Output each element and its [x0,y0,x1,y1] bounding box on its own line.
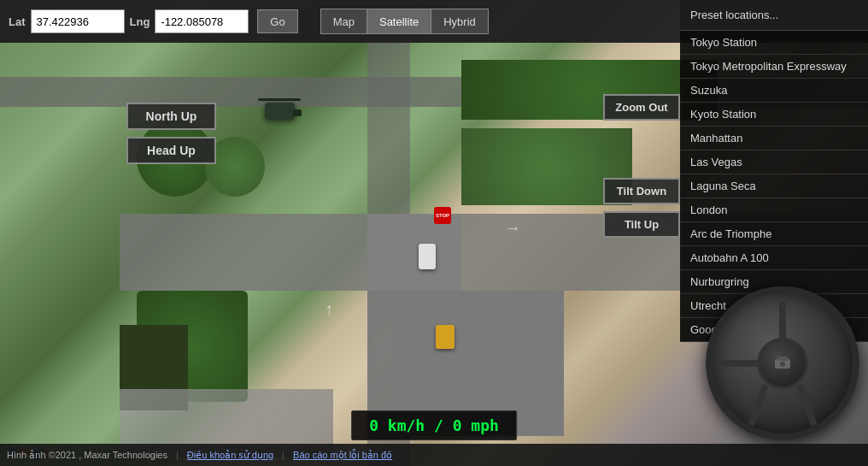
bottom-bar: Hình ảnh ©2021 , Maxar Technologies | Đi… [0,444,868,466]
zoom-out-button[interactable]: Zoom Out [603,94,680,121]
map-type-satellite[interactable]: Satellite [367,9,431,33]
terms-link[interactable]: Điều khoản sử dụng [187,450,273,461]
separator-2: | [282,450,284,460]
map-type-hybrid[interactable]: Hybrid [431,9,488,33]
speed-text: 0 km/h / 0 mph [369,416,499,434]
wheel-hub [757,338,808,389]
road-arrow-right: → [504,218,521,238]
wheel-outer [706,286,859,440]
spoke-bottom-right [796,384,818,427]
location-arc-de-triomphe[interactable]: Arc de Triomphe [680,222,868,246]
svg-rect-1 [777,357,788,361]
speed-display: 0 km/h / 0 mph [351,410,517,440]
map-type-group: Map Satellite Hybrid [320,9,489,34]
helicopter [265,103,295,120]
lng-input[interactable] [155,9,249,33]
lng-label: Lng [130,15,150,28]
location-tokyo-expressway[interactable]: Tokyo Metropolitan Expressway [680,55,868,79]
separator-1: | [176,450,179,460]
stop-sign: STOP [434,207,451,224]
lat-label: Lat [9,15,26,28]
go-button[interactable]: Go [257,9,297,33]
spoke-bottom-left [748,384,769,427]
wheel-logo-icon [770,351,795,376]
location-las-vegas[interactable]: Las Vegas [680,150,868,174]
north-up-button[interactable]: North Up [126,103,216,130]
report-link[interactable]: Báo cáo một lỗi bản đồ [293,450,392,461]
location-tokyo-station[interactable]: Tokyo Station [680,31,868,55]
location-suzuka[interactable]: Suzuka [680,79,868,103]
white-car [419,244,436,269]
head-up-button[interactable]: Head Up [126,137,216,164]
svg-point-2 [780,362,785,367]
tilt-controls: Tilt Down Tilt Up [603,135,680,238]
left-controls: North Up Head Up [126,103,216,164]
steering-wheel[interactable] [706,286,859,440]
intersection [367,214,461,291]
location-laguna-seca[interactable]: Laguna Seca [680,174,868,198]
tilt-up-button[interactable]: Tilt Up [603,211,680,238]
copyright-text: Hình ảnh ©2021 , Maxar Technologies [7,450,167,461]
preset-locations-header[interactable]: Preset locations... [680,0,868,31]
location-london[interactable]: London [680,198,868,222]
tilt-down-button[interactable]: Tilt Down [603,178,680,204]
location-autobahn[interactable]: Autobahn A 100 [680,246,868,270]
road-arrow-up: ↑ [325,299,333,319]
location-manhattan[interactable]: Manhattan [680,127,868,150]
lat-input[interactable] [31,9,125,33]
map-type-map[interactable]: Map [321,9,367,33]
yellow-vehicle [436,325,455,349]
location-kyoto-station[interactable]: Kyoto Station [680,103,868,127]
